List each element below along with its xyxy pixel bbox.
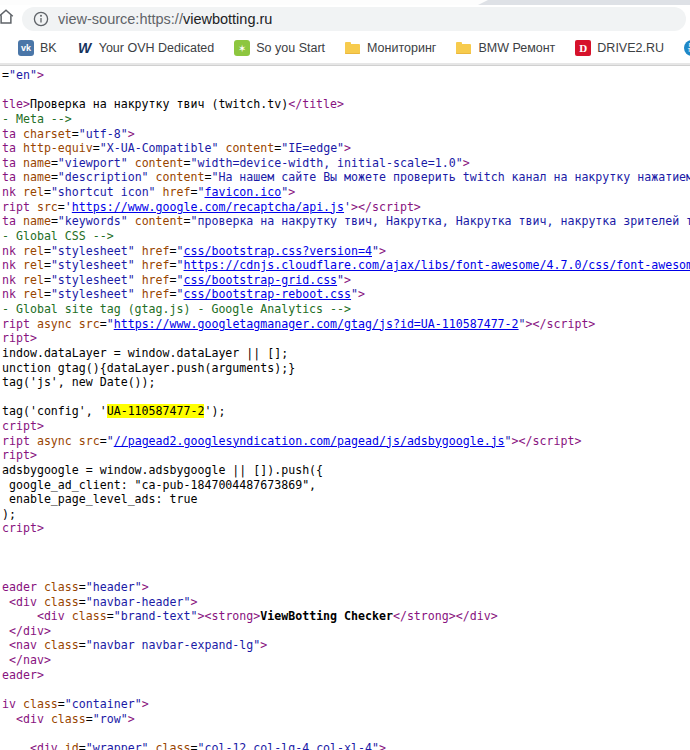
- home-icon: [0, 8, 15, 30]
- source-segment: name: [23, 214, 51, 228]
- page-info-icon[interactable]: [33, 11, 49, 27]
- source-segment: ript: [2, 200, 37, 214]
- source-segment: "wrapper": [86, 741, 149, 750]
- source-line: [2, 83, 690, 98]
- source-segment: =: [51, 156, 58, 170]
- source-segment: "keywords": [58, 214, 128, 228]
- bookmark-item[interactable]: DDRIVE2.RU: [565, 40, 674, 56]
- bookmarks-bar: vkBKWYour OVH Dedicated✶So you StartМони…: [0, 33, 690, 65]
- source-segment: ></script>: [351, 200, 421, 214]
- source-segment: </div>: [9, 624, 51, 638]
- source-line: tag('js', new Date());: [2, 375, 690, 390]
- source-segment: nk: [2, 185, 23, 199]
- bookmark-item[interactable]: BMW Ремонт: [446, 40, 565, 56]
- bookmark-item[interactable]: WYour OVH Dedicated: [67, 40, 225, 56]
- source-segment: content: [135, 214, 184, 228]
- source-segment: rel: [23, 258, 44, 272]
- bookmark-item[interactable]: Мониторинг: [335, 40, 446, 56]
- source-link[interactable]: css/bootstrap-grid.css: [184, 273, 338, 287]
- source-segment: google_ad_client: "ca-pub-18470044876738…: [2, 478, 316, 492]
- source-segment: content: [156, 170, 205, 184]
- source-segment: </strong></div>: [393, 609, 498, 623]
- source-segment: "en": [9, 68, 37, 82]
- source-segment: "description": [58, 170, 149, 184]
- source-segment: <div: [16, 712, 51, 726]
- source-line: tle>Проверка на накрутку твич (twitch.tv…: [2, 97, 690, 112]
- source-segment: src: [79, 317, 100, 331]
- source-line: );: [2, 507, 690, 522]
- source-segment: async: [37, 434, 72, 448]
- source-segment: href: [142, 287, 170, 301]
- vk-icon: vk: [18, 40, 34, 56]
- source-segment: [135, 273, 142, 287]
- source-line: ript>: [2, 331, 690, 346]
- source-line: eader>: [2, 668, 690, 683]
- source-segment: async: [37, 317, 72, 331]
- source-segment: >: [37, 68, 44, 82]
- source-segment: [2, 595, 9, 609]
- source-link[interactable]: https://cdnjs.cloudflare.com/ajax/libs/f…: [184, 258, 690, 272]
- source-line: nk rel="stylesheet" href="css/bootstrap-…: [2, 273, 690, 288]
- source-segment: tag('js', new Date());: [2, 375, 156, 389]
- source-segment: "shortcut icon": [51, 185, 156, 199]
- source-segment: charset: [23, 127, 72, 141]
- bookmark-item[interactable]: ✶So you Start: [224, 40, 335, 56]
- source-segment: [72, 434, 79, 448]
- url-host: viewbotting.ru: [183, 11, 272, 27]
- source-segment: tle>: [2, 97, 30, 111]
- source-segment: <div: [30, 741, 65, 750]
- source-segment: [2, 609, 37, 623]
- source-line: unction gtag(){dataLayer.push(arguments)…: [2, 361, 690, 376]
- source-line: ript async src="https://www.googletagman…: [2, 317, 690, 332]
- source-segment: =: [100, 434, 107, 448]
- source-segment: - Meta -->: [2, 112, 72, 126]
- source-segment: "На нашем сайте Вы можете проверить twit…: [211, 170, 690, 184]
- source-segment: [128, 156, 135, 170]
- source-segment: =: [107, 609, 114, 623]
- source-link[interactable]: favicon.ico: [204, 185, 281, 199]
- source-segment: =: [79, 595, 86, 609]
- active-tab-edge: [0, 0, 478, 5]
- source-segment: eader: [2, 580, 44, 594]
- address-bar[interactable]: view-source:https://viewbotting.ru: [22, 7, 686, 31]
- source-segment: >: [344, 273, 351, 287]
- source-segment: class: [23, 697, 58, 711]
- source-segment: class: [44, 580, 79, 594]
- source-line: google_ad_client: "ca-pub-18470044876738…: [2, 478, 690, 493]
- source-segment: ta: [2, 127, 23, 141]
- source-segment: >: [128, 712, 135, 726]
- source-link[interactable]: https://www.google.com/recaptcha/api.js: [72, 200, 344, 214]
- source-line: nk rel="shortcut icon" href="favicon.ico…: [2, 185, 690, 200]
- source-segment: =: [44, 287, 51, 301]
- source-segment: "header": [86, 580, 142, 594]
- source-segment: =: [79, 741, 86, 750]
- source-segment: enable_page_level_ads: true: [2, 492, 197, 506]
- source-segment: =: [51, 170, 58, 184]
- source-segment: "stylesheet": [51, 258, 135, 272]
- source-segment: "col-12 col-lg-4 col-xl-4": [197, 741, 378, 750]
- source-segment: ript>: [2, 331, 37, 345]
- home-button[interactable]: [0, 9, 16, 29]
- ovh-icon: W: [77, 40, 93, 56]
- source-segment: =: [184, 156, 191, 170]
- source-segment: tag('config', ': [2, 404, 107, 418]
- source-link[interactable]: css/bootstrap.css?version=4: [184, 244, 372, 258]
- source-segment: =: [44, 244, 51, 258]
- bookmark-item[interactable]: RUTLDTLD: [674, 40, 690, 56]
- source-segment: [135, 287, 142, 301]
- source-segment: nk: [2, 244, 23, 258]
- source-line: ript>: [2, 448, 690, 463]
- source-link[interactable]: css/bootstrap-reboot.css: [184, 287, 352, 301]
- source-segment: >: [379, 244, 386, 258]
- source-segment: >: [358, 287, 365, 301]
- source-link[interactable]: //pagead2.googlesyndication.com/pagead/j…: [114, 434, 505, 448]
- source-segment: ": [107, 434, 114, 448]
- bookmark-item[interactable]: vkBK: [8, 40, 67, 56]
- tld-icon: RUTLD: [684, 40, 690, 56]
- source-link[interactable]: https://www.googletagmanager.com/gtag/js…: [114, 317, 519, 331]
- source-segment: [2, 653, 9, 667]
- source-line: </div>: [2, 624, 690, 639]
- source-segment: ript: [2, 434, 37, 448]
- source-segment: href: [142, 273, 170, 287]
- source-segment: ript>: [2, 448, 37, 462]
